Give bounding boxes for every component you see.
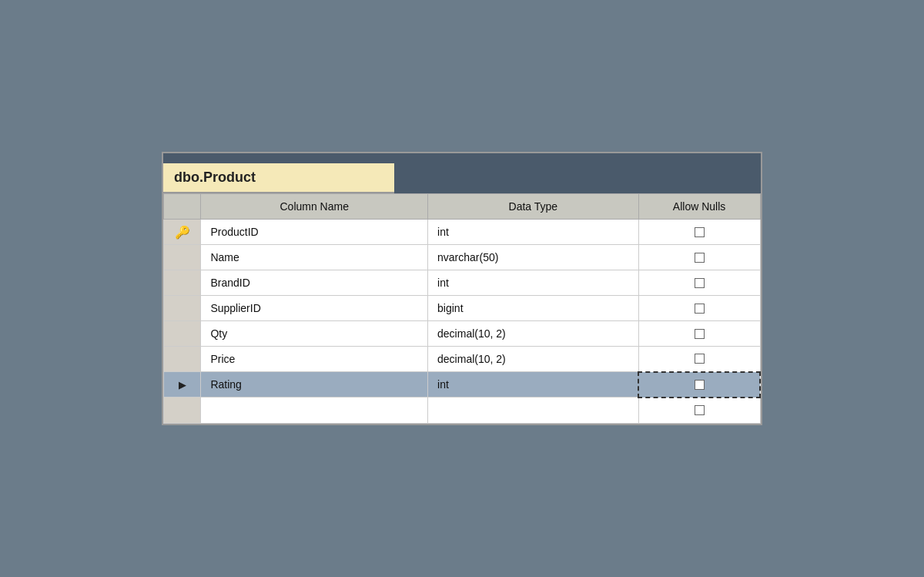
empty-column-name-cell: [201, 398, 428, 424]
row-indicator-cell: [164, 245, 201, 270]
allow-nulls-checkbox[interactable]: [695, 278, 705, 288]
allow-nulls-checkbox[interactable]: [695, 304, 705, 314]
allow-nulls-checkbox[interactable]: [695, 227, 705, 237]
allow-nulls-cell[interactable]: [638, 372, 760, 398]
database-table-designer: dbo.Product Column Name Data Type Allow …: [162, 152, 762, 425]
table-title-tab: dbo.Product: [163, 163, 394, 193]
table-title: dbo.Product: [174, 169, 256, 185]
empty-allow-nulls-checkbox[interactable]: [695, 405, 705, 415]
table-row[interactable]: SupplierIDbigint: [164, 296, 761, 321]
title-bar: dbo.Product: [163, 153, 761, 193]
column-name-cell[interactable]: Rating: [201, 372, 428, 398]
row-indicator-cell: [164, 321, 201, 347]
empty-row: [164, 398, 761, 424]
data-type-cell[interactable]: decimal(10, 2): [428, 347, 639, 372]
allow-nulls-cell[interactable]: [638, 347, 760, 372]
table-header-row: Column Name Data Type Allow Nulls: [164, 194, 761, 220]
empty-data-type-cell: [428, 398, 639, 424]
column-name-cell[interactable]: SupplierID: [201, 296, 428, 321]
data-type-cell[interactable]: int: [428, 372, 639, 398]
column-name-cell[interactable]: Price: [201, 347, 428, 372]
row-indicator-cell: ▶: [164, 372, 201, 398]
allow-nulls-checkbox[interactable]: [695, 329, 705, 339]
header-column-name: Column Name: [201, 194, 428, 220]
allow-nulls-checkbox[interactable]: [695, 380, 705, 390]
data-type-cell[interactable]: int: [428, 220, 639, 245]
row-indicator-cell: [164, 347, 201, 372]
column-name-cell[interactable]: BrandID: [201, 270, 428, 296]
table-row[interactable]: BrandIDint: [164, 270, 761, 296]
allow-nulls-cell[interactable]: [638, 220, 760, 245]
table-row[interactable]: Namenvarchar(50): [164, 245, 761, 270]
data-type-cell[interactable]: bigint: [428, 296, 639, 321]
column-name-cell[interactable]: ProductID: [201, 220, 428, 245]
column-designer-table: Column Name Data Type Allow Nulls 🔑Produ…: [163, 193, 761, 424]
empty-allow-nulls-cell: [638, 398, 760, 424]
data-type-cell[interactable]: decimal(10, 2): [428, 321, 639, 347]
allow-nulls-cell[interactable]: [638, 296, 760, 321]
table-row[interactable]: Qtydecimal(10, 2): [164, 321, 761, 347]
allow-nulls-cell[interactable]: [638, 245, 760, 270]
row-indicator-cell: [164, 296, 201, 321]
allow-nulls-checkbox[interactable]: [695, 354, 705, 364]
allow-nulls-cell[interactable]: [638, 321, 760, 347]
allow-nulls-checkbox[interactable]: [695, 253, 705, 263]
empty-indicator-cell: [164, 398, 201, 424]
data-type-cell[interactable]: int: [428, 270, 639, 296]
table-row[interactable]: 🔑ProductIDint: [164, 220, 761, 245]
header-indicator-col: [164, 194, 201, 220]
allow-nulls-cell[interactable]: [638, 270, 760, 296]
header-data-type: Data Type: [428, 194, 639, 220]
header-allow-nulls: Allow Nulls: [638, 194, 760, 220]
key-icon: 🔑: [175, 225, 190, 240]
row-indicator-cell: [164, 270, 201, 296]
row-indicator-cell: 🔑: [164, 220, 201, 245]
column-name-cell[interactable]: Name: [201, 245, 428, 270]
column-name-cell[interactable]: Qty: [201, 321, 428, 347]
table-row[interactable]: Pricedecimal(10, 2): [164, 347, 761, 372]
data-type-cell[interactable]: nvarchar(50): [428, 245, 639, 270]
current-row-arrow-icon: ▶: [179, 379, 186, 391]
table-row[interactable]: ▶Ratingint: [164, 372, 761, 398]
